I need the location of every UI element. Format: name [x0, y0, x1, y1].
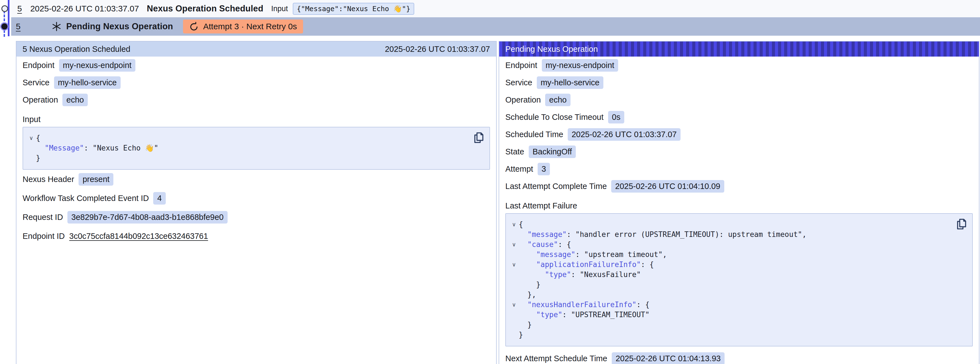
code-text: "cause": {: [519, 239, 571, 249]
code-text: },: [519, 290, 536, 300]
field-value-badge: my-hello-service: [54, 77, 121, 89]
timeline-rail-line: [8, 0, 10, 36]
code-line: ∨{: [509, 219, 953, 229]
field-label: Operation: [505, 95, 541, 105]
scheduled-panel-header: 5 Nexus Operation Scheduled 2025-02-26 U…: [16, 42, 496, 57]
code-line: "message": "upstream timeout",: [509, 249, 953, 259]
code-line: }: [27, 153, 470, 163]
field-label: Nexus Header: [22, 175, 74, 184]
collapse-chevron-icon[interactable]: ∨: [27, 133, 36, 143]
code-text: "type": "NexusFailure": [519, 270, 641, 279]
field-row: Attempt 3: [499, 160, 979, 177]
field-value-badge: 2025-02-26 UTC 01:04:10.09: [611, 180, 724, 193]
event-title: Pending Nexus Operation: [66, 21, 173, 32]
field-row: Service my-hello-service: [16, 74, 496, 91]
field-value-badge: my-hello-service: [537, 77, 603, 89]
collapse-chevron-icon[interactable]: ∨: [509, 300, 519, 310]
last-attempt-failure-json-block: ∨{ "message": "handler error (UPSTREAM_T…: [505, 213, 973, 346]
field-label: Service: [22, 78, 49, 87]
code-line: ∨ "applicationFailureInfo": {: [509, 259, 953, 270]
code-line: }: [509, 320, 953, 330]
field-label: Operation: [22, 95, 58, 105]
field-row: Endpoint my-nexus-endpoint: [16, 57, 496, 74]
event-id-link[interactable]: 5: [16, 22, 21, 31]
field-label: Last Attempt Complete Time: [505, 182, 607, 191]
input-label: Input: [271, 5, 288, 13]
code-text: }: [519, 320, 532, 330]
field-row: Last Attempt Complete Time 2025-02-26 UT…: [499, 177, 979, 195]
field-label: Endpoint: [505, 61, 537, 70]
code-line: ∨ "cause": {: [509, 239, 953, 249]
field-row: Service my-hello-service: [499, 74, 979, 91]
field-label: Request ID: [22, 213, 63, 222]
panel-title: Pending Nexus Operation: [505, 45, 598, 54]
failure-section-label: Last Attempt Failure: [499, 195, 979, 213]
event-id-link[interactable]: 5: [17, 4, 22, 13]
field-row: Operation echo: [499, 91, 979, 109]
temporal-event-history-view: 5 2025-02-26 UTC 01:03:37.07 Nexus Opera…: [0, 0, 980, 364]
timeline-active-node-icon: [2, 23, 8, 30]
field-row: Endpoint ID 3c0c75ccfa8144b092c13ce63246…: [16, 227, 496, 246]
retry-status-badge: Attempt 3 · Next Retry 0s: [183, 19, 303, 34]
code-text: "message": "handler error (UPSTREAM_TIME…: [519, 229, 807, 239]
code-text: {: [36, 133, 40, 143]
code-line: }: [509, 279, 953, 290]
field-row: Next Attempt Schedule Time 2025-02-26 UT…: [499, 350, 979, 364]
code-text: "message": "upstream timeout",: [519, 249, 667, 259]
field-label: Workflow Task Completed Event ID: [22, 194, 149, 203]
field-value-badge: echo: [545, 94, 571, 106]
field-label: State: [505, 147, 524, 156]
field-row: Schedule To Close Timeout 0s: [499, 109, 979, 126]
code-line: }: [509, 330, 953, 340]
event-row-scheduled[interactable]: 5 2025-02-26 UTC 01:03:37.07 Nexus Opera…: [11, 0, 980, 17]
field-value-badge: 3e829b7e-7d67-4b08-aad3-b1e868bfe9e0: [67, 211, 228, 224]
input-section-label: Input: [16, 109, 496, 127]
code-line: "Message": "Nexus Echo 👋": [27, 143, 470, 153]
collapse-chevron-icon[interactable]: ∨: [509, 259, 519, 270]
field-value-badge: my-nexus-endpoint: [59, 59, 136, 72]
field-row: State BackingOff: [499, 143, 979, 160]
field-value-badge: 4: [153, 192, 165, 204]
field-label: Attempt: [505, 164, 533, 174]
field-row: Operation echo: [16, 91, 496, 109]
code-line: ∨ "nexusHandlerFailureInfo": {: [509, 300, 953, 310]
panel-timestamp: 2025-02-26 UTC 01:03:37.07: [385, 45, 490, 54]
field-row: Request ID 3e829b7e-7d67-4b08-aad3-b1e86…: [16, 208, 496, 227]
code-text: "Message": "Nexus Echo 👋": [36, 143, 158, 153]
code-line: ∨{: [27, 133, 470, 143]
code-text: {: [519, 219, 523, 229]
code-text: }: [519, 279, 541, 290]
timeline-open-node-icon: [2, 5, 8, 12]
code-line: "type": "NexusFailure": [509, 270, 953, 279]
field-label: Schedule To Close Timeout: [505, 113, 604, 122]
code-text: "applicationFailureInfo": {: [519, 259, 654, 270]
code-text: "nexusHandlerFailureInfo": {: [519, 300, 650, 310]
field-row: Endpoint my-nexus-endpoint: [499, 57, 979, 74]
scheduled-event-panel: 5 Nexus Operation Scheduled 2025-02-26 U…: [16, 41, 497, 364]
field-value-badge: my-nexus-endpoint: [542, 59, 619, 72]
copy-icon[interactable]: [955, 217, 968, 231]
collapse-chevron-icon[interactable]: ∨: [509, 239, 519, 249]
input-json-block: ∨{ "Message": "Nexus Echo 👋"}: [22, 127, 490, 170]
field-value-badge: 2025-02-26 UTC 01:03:37.07: [568, 128, 681, 141]
field-value-badge: 2025-02-26 UTC 01:04:13.93: [612, 352, 725, 364]
field-value-badge: 0s: [608, 111, 625, 123]
pending-asterisk-icon: [51, 21, 62, 32]
field-value-badge: 3: [538, 163, 550, 175]
field-label: Scheduled Time: [505, 130, 563, 139]
copy-icon[interactable]: [472, 131, 485, 145]
endpoint-id-link[interactable]: 3c0c75ccfa8144b092c13ce632463761: [69, 231, 208, 241]
collapse-chevron-icon[interactable]: ∨: [509, 219, 519, 229]
field-label: Endpoint: [22, 61, 55, 70]
field-label: Next Attempt Schedule Time: [505, 354, 607, 363]
event-row-pending[interactable]: 5 Pending Nexus Operation Attempt 3 · Ne…: [11, 17, 980, 36]
event-title: Nexus Operation Scheduled: [147, 4, 263, 14]
field-row: Workflow Task Completed Event ID 4: [16, 189, 496, 208]
pending-panel-header: Pending Nexus Operation: [499, 42, 979, 57]
code-text: "type": "UPSTREAM_TIMEOUT": [519, 310, 650, 320]
field-row: Nexus Header present: [16, 170, 496, 189]
input-preview-chip: {"Message":"Nexus Echo 👋"}: [293, 3, 414, 15]
field-label: Service: [505, 78, 532, 87]
code-line: },: [509, 290, 953, 300]
pending-operation-panel: Pending Nexus Operation Endpoint my-nexu…: [499, 41, 980, 364]
